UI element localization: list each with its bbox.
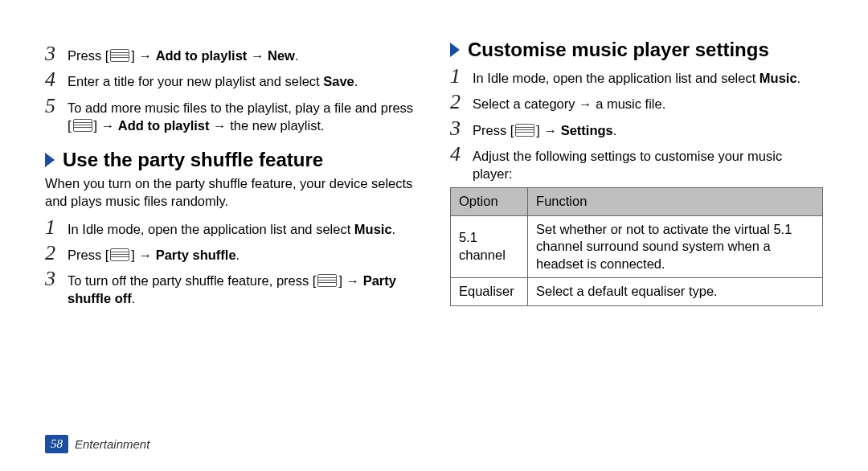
step-body: To add more music files to the playlist,… [68, 96, 418, 135]
strong-text: Music [760, 71, 797, 85]
step-body: Select a category → a music file. [473, 92, 823, 113]
section-head-party-shuffle: Use the party shuffle feature [45, 149, 418, 171]
left-column: 3Press [] → Add to playlist → New.4Enter… [45, 39, 418, 471]
customise-steps: 1In Idle mode, open the application list… [450, 66, 823, 182]
step: 4Adjust the following settings to custom… [450, 144, 823, 183]
step: 2Select a category → a music file. [450, 92, 823, 113]
step-body: Press [] → Settings. [473, 118, 823, 139]
page-number: 58 [45, 435, 68, 453]
table-row: EqualiserSelect a default equaliser type… [451, 278, 823, 305]
table-row: 5.1 channelSet whether or not to activat… [451, 215, 823, 277]
step: 4Enter a title for your new playlist and… [45, 69, 418, 90]
step: 3Press [] → Add to playlist → New. [45, 43, 418, 64]
strong-text: Add to playlist [118, 118, 210, 133]
step-body: Press [] → Party shuffle. [68, 243, 418, 264]
section-title-customise: Customise music player settings [468, 39, 769, 61]
strong-text: Party shuffle [156, 248, 236, 262]
step-body: Press [] → Add to playlist → New. [68, 43, 418, 64]
party-shuffle-steps: 1In Idle mode, open the application list… [45, 217, 418, 308]
table-cell-function: Set whether or not to activate the virtu… [528, 215, 823, 277]
step-number: 3 [450, 118, 473, 139]
chevron-right-icon [450, 43, 460, 57]
menu-icon [73, 119, 92, 132]
step-number: 1 [450, 66, 473, 87]
step: 5To add more music files to the playlist… [45, 96, 418, 135]
step: 3Press [] → Settings. [450, 118, 823, 139]
options-table: Option Function 5.1 channelSet whether o… [450, 187, 823, 305]
step-body: Enter a title for your new playlist and … [68, 69, 418, 90]
strong-text: Add to playlist [156, 48, 248, 63]
step-number: 5 [45, 96, 68, 117]
step: 3To turn off the party shuffle feature, … [45, 268, 418, 308]
footer-section-name: Entertainment [75, 437, 149, 451]
page: 3Press [] → Add to playlist → New.4Enter… [0, 0, 868, 471]
table-cell-option: 5.1 channel [451, 215, 528, 277]
strong-text: Save [323, 74, 354, 88]
section-head-customise: Customise music player settings [450, 39, 823, 61]
strong-text: Settings [561, 123, 613, 137]
step-number: 2 [45, 243, 68, 264]
menu-icon [110, 248, 129, 261]
step-number: 1 [45, 217, 68, 238]
step-body: Adjust the following settings to customi… [473, 144, 823, 183]
step: 1In Idle mode, open the application list… [450, 66, 823, 87]
step-number: 3 [45, 268, 68, 289]
playlist-steps: 3Press [] → Add to playlist → New.4Enter… [45, 43, 418, 134]
menu-icon [110, 49, 129, 62]
section-title-party-shuffle: Use the party shuffle feature [63, 149, 323, 171]
menu-icon [317, 274, 337, 287]
chevron-right-icon [45, 153, 55, 167]
step-number: 4 [45, 69, 68, 90]
step-body: In Idle mode, open the application list … [68, 217, 418, 238]
strong-text: Music [354, 222, 392, 236]
step-number: 4 [450, 144, 473, 165]
step: 1In Idle mode, open the application list… [45, 217, 418, 238]
table-cell-option: Equaliser [451, 278, 528, 305]
section-intro-party-shuffle: When you turn on the party shuffle featu… [45, 174, 418, 211]
step-body: To turn off the party shuffle feature, p… [68, 268, 418, 308]
table-cell-function: Select a default equaliser type. [528, 278, 823, 305]
step-body: In Idle mode, open the application list … [473, 66, 823, 87]
menu-icon [515, 124, 534, 137]
page-footer: 58 Entertainment [45, 435, 149, 453]
step-number: 2 [450, 92, 473, 113]
right-column: Customise music player settings 1In Idle… [450, 39, 823, 471]
table-header-row: Option Function [451, 188, 823, 215]
step-number: 3 [45, 43, 68, 64]
table-header-option: Option [451, 188, 528, 215]
strong-text: Party shuffle off [68, 273, 396, 305]
step: 2Press [] → Party shuffle. [45, 243, 418, 264]
strong-text: New [268, 48, 295, 63]
table-header-function: Function [528, 188, 823, 215]
